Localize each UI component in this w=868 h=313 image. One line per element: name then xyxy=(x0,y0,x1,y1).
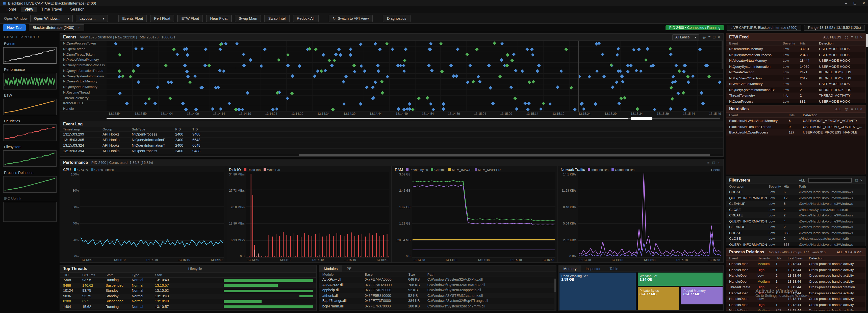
sidebar-graph-thumbnail[interactable] xyxy=(3,150,57,167)
sidebar-graph-thumbnail[interactable] xyxy=(3,73,57,89)
lane-label[interactable]: NtQueryInformationThread xyxy=(60,68,106,74)
network-chart[interactable]: Network TrafficInbound B/sOutbound B/sPe… xyxy=(558,166,723,262)
memory-treemap-block[interactable]: Peak Working Set 2.59 GB xyxy=(559,272,636,311)
memory-treemap-block[interactable]: Paged Memory 824.77 MB xyxy=(681,287,723,305)
relation-row[interactable]: HandleOpen Medium 893 13:13:44 Cross-pro… xyxy=(726,308,866,311)
minimap-handle[interactable] xyxy=(631,117,653,120)
thread-row[interactable]: 10124 93.75 Standby Normal 13:10:52 xyxy=(60,288,316,293)
module-row[interactable]: ActXPrxy.dll 0x7FE74AA0000 648 KB C:\Win… xyxy=(319,277,556,282)
scrollbar-thumb[interactable] xyxy=(299,154,710,156)
event-log-row[interactable]: 13:15:03.305 API Hooks NtQueryInformatio… xyxy=(60,138,723,143)
filesystem-search-input[interactable] xyxy=(808,178,852,182)
thread-row[interactable]: 8308 62.5 Suspended Normal 13:10:40 xyxy=(60,299,316,304)
etw-row[interactable]: NtOpenProcess Low 881 USERMODE HOOK xyxy=(726,98,866,103)
close-icon[interactable]: × xyxy=(860,178,863,182)
lane-label[interactable]: NtQuerySystemInformation xyxy=(60,74,106,79)
chart-plot[interactable] xyxy=(246,172,389,258)
relations-filter[interactable]: ALL RELATIONS xyxy=(837,250,863,254)
events-plot[interactable] xyxy=(106,41,723,112)
heuristic-row[interactable]: Blackbird/NtWriteVirtualMemory 6 USERMOD… xyxy=(726,118,866,124)
sidebar-item[interactable]: IPC Uplink xyxy=(3,196,57,222)
lane-label[interactable]: NtOpenThread xyxy=(60,47,106,52)
etw-row[interactable]: NtReadVirtualMemory Low 33281 USERMODE H… xyxy=(726,46,866,52)
etw-filter[interactable]: ALL FEEDS xyxy=(823,35,841,39)
open-window-select[interactable]: Open Window... ▾ xyxy=(31,15,73,22)
popout-icon[interactable]: □ xyxy=(856,107,858,111)
new-tab-button[interactable]: New Tab xyxy=(3,24,26,31)
thread-row[interactable]: 9488 140.62 Suspended Normal 13:10:57 xyxy=(60,283,316,288)
sidebar-item[interactable]: Process Relations xyxy=(3,170,57,193)
filesystem-row[interactable]: QUERY_INFORMATION Low 4 \Device\Harddisk… xyxy=(726,218,866,224)
etw-row[interactable]: NtWriteVirtualMemory Low 4 USERMODE HOOK xyxy=(726,81,866,87)
toolbar-button[interactable]: Heur Float xyxy=(206,15,231,22)
menu-item-session[interactable]: Session xyxy=(67,6,88,12)
filesystem-row[interactable]: CLOSE Low 4 \Windows\System32\ucrtbase.d… xyxy=(726,206,866,212)
toolbar-button[interactable]: Events Float xyxy=(118,15,147,22)
lane-label[interactable]: NtOpenProcessToken xyxy=(60,41,106,47)
close-button[interactable]: × xyxy=(863,1,865,5)
chart-plot[interactable] xyxy=(412,172,555,258)
event-log-row[interactable]: 13:15:03.299 API Hooks NtOpenProcess 240… xyxy=(60,132,723,138)
events-minimap[interactable] xyxy=(106,117,720,120)
close-icon[interactable]: × xyxy=(860,107,863,111)
chart-plot[interactable] xyxy=(578,172,721,258)
sidebar-graph-thumbnail[interactable] xyxy=(3,124,57,141)
chart-plot[interactable] xyxy=(80,172,223,258)
toolbar-button[interactable]: Perf Float xyxy=(150,15,174,22)
popout-icon[interactable]: □ xyxy=(713,35,715,39)
module-row[interactable]: ADVAPI32.dll 0x7FE7AD20000 708 KB C:\Win… xyxy=(319,282,556,288)
filesystem-row[interactable]: CREATE Low 6 \Device\HarddiskVolume3\Win… xyxy=(726,189,866,195)
scrollbar-thumb[interactable] xyxy=(866,34,868,47)
lanes-filter-select[interactable]: All Lanes ▾ xyxy=(672,34,700,40)
module-row[interactable]: Bcp47Langs.dll 0x7FE773F0000 384 KB C:\W… xyxy=(319,298,556,304)
close-icon[interactable]: × xyxy=(718,35,720,39)
sidebar-item[interactable]: Events xyxy=(3,41,57,64)
etw-row[interactable]: ThreadTelemetry Info 2 THREAD_ACTIVITY xyxy=(726,92,866,98)
sidebar-graph-thumbnail[interactable] xyxy=(3,98,57,115)
list-icon[interactable]: ≡ xyxy=(708,35,710,39)
scrollbar-thumb[interactable] xyxy=(554,279,556,292)
cpu-chart[interactable]: CPUCPU %Cores used % 100%80%60%40%20%0% … xyxy=(60,166,226,262)
lane-label[interactable]: NtQueryInformationProcess xyxy=(60,63,106,68)
layouts-select[interactable]: Layouts... ▾ xyxy=(76,15,108,22)
lane-label[interactable]: Kernel-IOCTL xyxy=(60,101,106,107)
relation-row[interactable]: HandleOpen Low 2 13:13:44 Cross-process … xyxy=(726,296,866,302)
lane-label[interactable]: Handle xyxy=(60,106,106,112)
filesystem-filter[interactable]: ALL xyxy=(799,178,805,182)
filesystem-row[interactable]: CLOSE Low 2 \Windows\apppatch\sysmain.sd… xyxy=(726,236,866,241)
toolbar-button[interactable]: Redock All xyxy=(292,15,318,22)
window-scrollbar[interactable] xyxy=(866,32,868,312)
relation-row[interactable]: HandleOpen High 1 13:13:44 Cross-process… xyxy=(726,302,866,308)
etw-row[interactable]: NtMapViewOfSection Low 2617 KERNEL HOOK … xyxy=(726,75,866,81)
module-row[interactable]: atthunk.dll 0x7FE5B810000 52 KB C:\Windo… xyxy=(319,293,556,298)
relation-row[interactable]: HandleOpen High 1 13:13:44 Cross-process… xyxy=(726,290,866,296)
pin-icon[interactable]: ◎ xyxy=(845,107,848,111)
toolbar-button[interactable]: Swap Intel xyxy=(264,15,289,22)
disk-io-chart[interactable]: Disk IORead B/sWrite B/s 34.86 MB/s27.73… xyxy=(226,166,392,262)
relation-row[interactable]: HandleOpen High 1 13:13:44 Cross-process… xyxy=(726,267,866,273)
etw-row[interactable]: NtQuerySystemInformationEx Low 2 KERNEL … xyxy=(726,87,866,92)
sidebar-item[interactable]: Performance xyxy=(3,67,57,89)
tab-memory[interactable]: Memory xyxy=(559,265,581,272)
relation-row[interactable]: HandleOpen Low 2 13:13:44 Cross-process … xyxy=(726,273,866,278)
tab-inspector[interactable]: Inspector xyxy=(581,265,605,272)
filesystem-row[interactable]: CREATE Low 858 \Device\HarddiskVolume3\W… xyxy=(726,230,866,236)
toolbar-button[interactable]: ETW Float xyxy=(177,15,203,22)
lane-label[interactable]: ThreadTelemetry xyxy=(60,95,106,101)
filesystem-row[interactable]: CLEANUP Low 6 \Device\HarddiskVolume3\Wi… xyxy=(726,201,866,206)
list-icon[interactable]: ≡ xyxy=(707,160,709,165)
event-log-row[interactable]: 13:15:03.324 API Hooks NtQueryInformatio… xyxy=(60,143,723,149)
event-log-row[interactable]: 13:15:03.394 API Hooks NtOpenProcess 240… xyxy=(60,149,723,154)
minimap-selection[interactable] xyxy=(106,118,628,119)
minimize-button[interactable]: – xyxy=(845,1,847,5)
pin-icon[interactable]: ◎ xyxy=(702,35,706,39)
tab-table[interactable]: Table xyxy=(605,265,623,272)
lane-label[interactable]: NtQueryVirtualMemory xyxy=(60,79,106,85)
filesystem-row[interactable]: QUERY_INFORMATION Low 858 \Device\Harddi… xyxy=(726,241,866,246)
etw-row[interactable]: NtQueryInformationProcess Low 28480 USER… xyxy=(726,52,866,58)
filesystem-row[interactable]: CREATE Low 2 \Device\HarddiskVolume3\Win… xyxy=(726,212,866,218)
relation-row[interactable]: ThreadCreate High 2 13:13:44 Cross-proce… xyxy=(726,284,866,290)
ram-chart[interactable]: RAMPrivate bytesCommitMEM_IMAGEMEM_MAPPE… xyxy=(392,166,558,262)
close-icon[interactable]: × xyxy=(860,35,863,39)
diagnostics-button[interactable]: Diagnostics xyxy=(383,15,410,22)
